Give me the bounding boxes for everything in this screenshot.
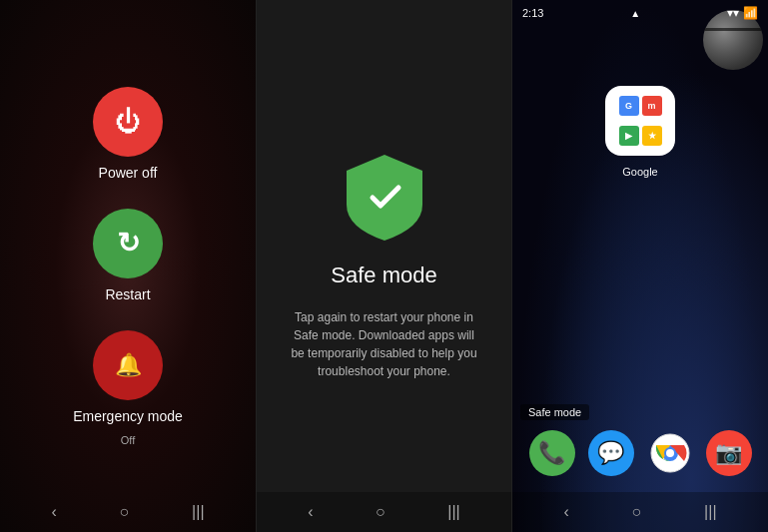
status-icons: ▾▾ 📶 (727, 6, 758, 20)
power-off-label: Power off (99, 165, 158, 181)
google-app-icon[interactable]: G m ▶ ★ (605, 86, 675, 156)
restart-icon (117, 227, 140, 260)
power-icon (115, 106, 141, 137)
shield-svg (345, 153, 424, 243)
app-dock: 📞 💬 📷 (512, 424, 768, 482)
google-app-item[interactable]: G m ▶ ★ Google (605, 86, 675, 178)
safe-mode-shield[interactable] (340, 153, 429, 243)
camera-app-icon[interactable]: 📷 (706, 430, 752, 476)
restart-button[interactable] (93, 209, 163, 278)
camera-icon: 📷 (715, 440, 742, 466)
dock-area: Safe mode 📞 💬 📷 (512, 402, 768, 482)
emergency-mode-label: Emergency mode (73, 408, 183, 424)
emergency-mode-item[interactable]: Emergency mode Off (73, 330, 183, 446)
messages-app-icon[interactable]: 💬 (588, 430, 634, 476)
chrome-app-icon[interactable] (647, 430, 693, 476)
emergency-icon (115, 352, 142, 378)
google-g-icon: G (619, 96, 639, 116)
phone-icon: 📞 (538, 440, 565, 466)
emergency-mode-button[interactable] (93, 330, 163, 400)
home-screen-panel: 2:13 ▲ ▾▾ 📶 G m ▶ ★ Google Safe mode 📞 (512, 0, 768, 532)
recents-button[interactable]: ||| (192, 503, 204, 521)
google-photos-icon: ★ (642, 126, 662, 146)
messages-icon: 💬 (597, 440, 624, 466)
recents-button-p2[interactable]: ||| (447, 503, 459, 521)
safe-mode-label: Safe mode (520, 404, 589, 420)
signal-icon: 📶 (743, 6, 758, 20)
safe-mode-description: Tap again to restart your phone in Safe … (257, 308, 511, 380)
back-button[interactable]: ‹ (51, 503, 56, 521)
back-button-p2[interactable]: ‹ (308, 503, 313, 521)
svg-point-3 (666, 449, 674, 457)
restart-item[interactable]: Restart (93, 209, 163, 302)
safe-mode-title: Safe mode (331, 263, 436, 288)
power-menu-panel: Power off Restart Emergency mode Off ‹ ○… (0, 0, 256, 532)
restart-label: Restart (105, 286, 150, 302)
chrome-svg-icon (650, 433, 690, 473)
status-bar: 2:13 ▲ ▾▾ 📶 (512, 0, 768, 26)
google-app-label: Google (622, 166, 657, 178)
power-off-button[interactable] (93, 87, 163, 157)
status-alert: ▲ (630, 8, 640, 19)
home-button[interactable]: ○ (120, 503, 130, 521)
navigation-bar: ‹ ○ ||| (0, 492, 256, 532)
safe-mode-panel: Safe mode Tap again to restart your phon… (256, 0, 512, 532)
google-m-icon: m (642, 96, 662, 116)
status-time: 2:13 (522, 7, 543, 19)
phone-app-icon[interactable]: 📞 (529, 430, 575, 476)
emergency-mode-sublabel: Off (121, 434, 135, 446)
power-off-item[interactable]: Power off (93, 87, 163, 181)
navigation-bar-p2: ‹ ○ ||| (257, 492, 511, 532)
google-drive-icon: ▶ (619, 126, 639, 146)
home-button-p2[interactable]: ○ (376, 503, 385, 521)
wifi-icon: ▾▾ (727, 6, 739, 20)
